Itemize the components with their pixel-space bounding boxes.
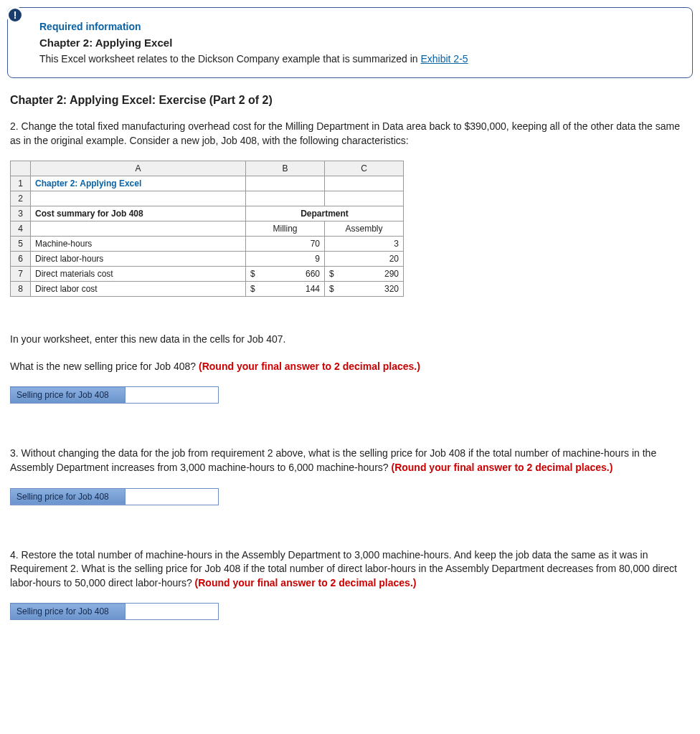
cell-c4: Assembly [325, 221, 404, 237]
post-sheet-instruction-1: In your worksheet, enter this new data i… [10, 333, 690, 347]
answer-label-q3: Selling price for Job 408 [11, 488, 126, 505]
cell-c8: $320 [325, 282, 404, 297]
info-icon: ! [6, 6, 24, 24]
selling-price-input-q2[interactable] [126, 387, 218, 403]
chapter-title: Chapter 2: Applying Excel [39, 37, 675, 49]
cell-c2 [325, 191, 404, 206]
cell-c7-value: 290 [384, 269, 399, 279]
dollar-sign: $ [250, 284, 255, 294]
question-4-number: 4. [10, 549, 19, 561]
cell-c7: $290 [325, 267, 404, 282]
cell-b4: Milling [246, 221, 325, 237]
col-header-a: A [31, 161, 246, 176]
cell-c1 [325, 176, 404, 191]
cell-b8: $144 [246, 282, 325, 297]
cell-b7-value: 660 [306, 269, 320, 279]
cell-b7: $660 [246, 267, 325, 282]
q2-prompt: What is the new selling price for Job 40… [10, 361, 199, 372]
round-note-q3: (Round your final answer to 2 decimal pl… [391, 462, 612, 473]
cell-a7: Direct materials cost [31, 267, 246, 282]
cell-c6: 20 [325, 252, 404, 267]
exercise-heading: Chapter 2: Applying Excel: Exercise (Par… [7, 94, 693, 107]
question-2-number: 2. [10, 120, 19, 132]
required-info-label: Required information [39, 21, 675, 32]
cell-a8: Direct labor cost [31, 282, 246, 297]
row-header: 3 [11, 206, 31, 221]
cell-bc3: Department [246, 206, 404, 221]
selling-price-input-q4[interactable] [126, 604, 218, 619]
question-2-text: 2. Change the total fixed manufacturing … [10, 120, 690, 148]
post-sheet-instruction-2: What is the new selling price for Job 40… [10, 360, 690, 374]
row-header: 7 [11, 267, 31, 282]
cell-b2 [246, 191, 325, 206]
cell-c5: 3 [325, 237, 404, 252]
round-note: (Round your final answer to 2 decimal pl… [199, 361, 420, 372]
col-header-c: C [325, 161, 404, 176]
answer-label-q2: Selling price for Job 408 [11, 387, 126, 404]
dollar-sign: $ [329, 269, 334, 279]
cell-c8-value: 320 [384, 284, 399, 294]
question-3-number: 3. [10, 447, 19, 459]
cell-b8-value: 144 [306, 284, 320, 294]
row-header: 2 [11, 191, 31, 206]
row-header: 1 [11, 176, 31, 191]
cell-a3: Cost summary for Job 408 [31, 206, 246, 221]
dollar-sign: $ [329, 284, 334, 294]
answer-table-q3: Selling price for Job 408 [10, 488, 219, 505]
sheet-corner [11, 161, 31, 176]
cell-a2 [31, 191, 246, 206]
row-header: 5 [11, 237, 31, 252]
selling-price-input-q3[interactable] [126, 489, 218, 505]
row-header: 8 [11, 282, 31, 297]
cell-b1 [246, 176, 325, 191]
cell-b5: 70 [246, 237, 325, 252]
answer-label-q4: Selling price for Job 408 [11, 604, 126, 620]
cell-a1: Chapter 2: Applying Excel [31, 176, 246, 191]
cell-a4 [31, 221, 246, 237]
info-description: This Excel worksheet relates to the Dick… [39, 53, 675, 65]
exhibit-link[interactable]: Exhibit 2-5 [420, 53, 468, 65]
row-header: 4 [11, 221, 31, 237]
row-header: 6 [11, 252, 31, 267]
cell-a6: Direct labor-hours [31, 252, 246, 267]
answer-table-q2: Selling price for Job 408 [10, 386, 219, 404]
cell-a5: Machine-hours [31, 237, 246, 252]
dollar-sign: $ [250, 269, 255, 279]
info-desc-text: This Excel worksheet relates to the Dick… [39, 53, 420, 65]
job-408-spreadsheet: A B C 1 Chapter 2: Applying Excel 2 3 Co… [10, 161, 404, 297]
question-2-body: Change the total fixed manufacturing ove… [10, 120, 680, 146]
answer-table-q4: Selling price for Job 408 [10, 603, 219, 620]
round-note-q4: (Round your final answer to 2 decimal pl… [195, 577, 417, 588]
required-info-card: ! Required information Chapter 2: Applyi… [7, 7, 693, 78]
question-3-text: 3. Without changing the data for the job… [10, 447, 690, 475]
question-4-text: 4. Restore the total number of machine-h… [10, 548, 690, 591]
cell-b6: 9 [246, 252, 325, 267]
col-header-b: B [246, 161, 325, 176]
